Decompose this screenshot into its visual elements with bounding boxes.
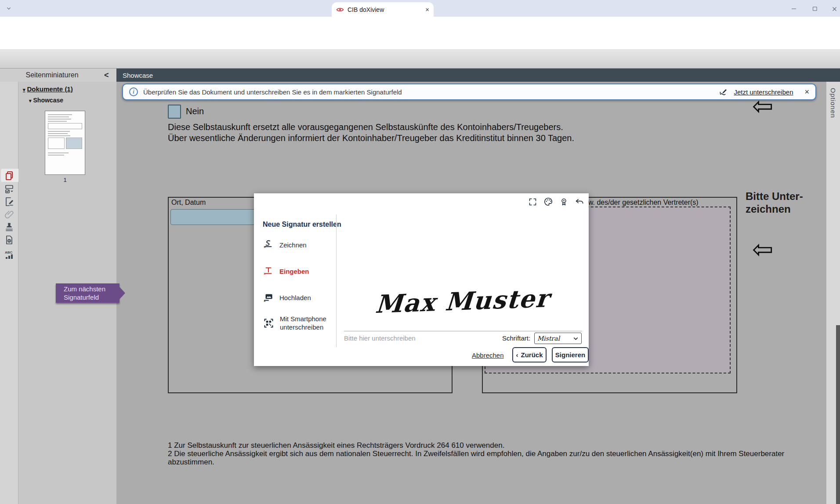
- tooltip-arrow: [119, 287, 125, 299]
- close-icon: [831, 6, 838, 12]
- tab-title: CIB doXiview: [348, 6, 422, 13]
- sign-now-link[interactable]: Jetzt unterschreiben: [734, 88, 793, 96]
- sign-document-icon: [4, 196, 14, 207]
- form-field-icon: [4, 184, 14, 194]
- page-thumbnails-button[interactable]: [4, 170, 14, 183]
- footnote-line: 2 Die steuerliche Ansässigkeit ergibt si…: [168, 450, 784, 458]
- notification-close-icon[interactable]: ×: [804, 87, 809, 97]
- abc-statistics-icon: ABC: [4, 250, 14, 260]
- signature-input-placeholder[interactable]: Bitte hier unterschreiben: [344, 334, 416, 342]
- tooltip-line: Zum nächsten: [64, 285, 119, 293]
- tab-close-icon[interactable]: ×: [425, 6, 429, 13]
- font-select-label: Schriftart:: [502, 334, 530, 342]
- pages-icon: [4, 170, 14, 181]
- back-button[interactable]: ‹ Zurück: [512, 347, 547, 363]
- signature-dialog: Neue Signatur erstellen x Zeichnen x Ein…: [254, 193, 589, 366]
- signature-preview: Max Muster: [335, 282, 590, 320]
- form-fields-button[interactable]: [4, 184, 14, 196]
- svg-text:ABC: ABC: [5, 250, 13, 254]
- menu-item-smartphone[interactable]: Mit Smartphoneunterschreiben: [263, 315, 326, 331]
- upload-image-icon: x: [263, 292, 274, 303]
- ort-datum-label: Ort, Datum: [171, 199, 206, 207]
- tab-search-chevron-button[interactable]: [4, 4, 14, 13]
- sign-button[interactable]: Signieren: [552, 347, 589, 363]
- chevron-left-icon: ‹: [516, 351, 518, 359]
- cancel-link[interactable]: Abbrechen: [472, 352, 504, 359]
- signature-tool-button[interactable]: [4, 196, 14, 209]
- nein-checkbox-label: Nein: [186, 106, 204, 116]
- vertical-scrollbar-thumb[interactable]: [836, 325, 840, 504]
- notification-bar: i Überprüfen Sie das Dokument und unters…: [122, 83, 816, 100]
- menu-item-zeichnen[interactable]: x Zeichnen: [263, 239, 307, 250]
- sidebar-collapse-button[interactable]: <: [104, 71, 116, 80]
- options-panel-tab[interactable]: Optionen: [829, 88, 837, 118]
- qr-code-icon: [263, 317, 275, 329]
- signature-input-underline: [344, 331, 582, 331]
- certificate-icon[interactable]: [559, 197, 568, 207]
- undo-icon[interactable]: [575, 197, 584, 207]
- paperclip-icon: [4, 209, 14, 220]
- dialog-divider: [336, 214, 337, 347]
- svg-text:x: x: [720, 91, 721, 94]
- tree-root-documents[interactable]: ▾Dokumente (1): [23, 85, 73, 93]
- document-paragraph-line: Diese Selbstauskunft ersetzt alle voraus…: [168, 122, 563, 132]
- menu-item-eingeben[interactable]: x Eingeben: [263, 265, 309, 277]
- document-info-button[interactable]: [4, 235, 14, 247]
- dialog-title: Neue Signatur erstellen: [263, 221, 341, 228]
- sign-pen-icon: x: [719, 87, 728, 97]
- stamp-button[interactable]: [4, 221, 14, 234]
- color-palette-icon[interactable]: [543, 197, 553, 207]
- sidebar-icon-strip: ABC: [0, 82, 18, 504]
- type-signature-icon: x: [263, 265, 274, 277]
- browser-tab-strip: CIB doXiview ×: [0, 0, 840, 17]
- notification-info-icon: i: [129, 87, 138, 96]
- sidebar-panel-title: Seitenminiaturen: [0, 71, 104, 79]
- font-select[interactable]: Mistral: [534, 333, 582, 344]
- screen: CIB doXiview × ← → ↻ https://doxiview.co…: [0, 0, 840, 504]
- window-maximize-button[interactable]: [808, 4, 822, 13]
- page-thumbnail[interactable]: [45, 111, 85, 175]
- browser-tab[interactable]: CIB doXiview ×: [332, 2, 434, 17]
- chevron-down-icon: [573, 336, 579, 341]
- tooltip-line: Signaturfeld: [64, 293, 119, 301]
- statistics-button[interactable]: ABC: [4, 250, 14, 262]
- minimize-icon: [790, 5, 797, 12]
- document-title-bar: Showcase: [116, 69, 840, 82]
- vertreter-label: bzw. des/der gesetzlichen Vertreter(s): [581, 199, 699, 207]
- maximize-icon: [812, 6, 818, 12]
- stamp-icon: [4, 221, 14, 232]
- dialog-header-actions: [528, 197, 584, 207]
- viewer-toolbar: PDF Seitenbreite ▼ ↺ ↻ Tt |< < Seite / 1…: [0, 50, 840, 69]
- document-paragraph-line: Über wesentliche Änderungen informiert d…: [168, 133, 574, 143]
- notification-text: Überprüfen Sie das Dokument und untersch…: [143, 88, 713, 96]
- menu-item-hochladen[interactable]: x Hochladen: [263, 292, 311, 303]
- font-select-value: Mistral: [537, 335, 571, 342]
- tree-node-showcase[interactable]: ▾Showcase: [29, 97, 63, 104]
- document-title: Showcase: [123, 72, 153, 79]
- thumbnail-page-number: 1: [45, 177, 85, 183]
- attachments-button[interactable]: [4, 209, 14, 221]
- browser-toolbar: ← → ↻ https://doxiview.com/showcase/#de&…: [0, 17, 840, 35]
- bookmarks-bar: [0, 35, 840, 50]
- please-sign-hint: Bitte Unter- zeichnen: [746, 190, 803, 215]
- next-signature-field-tooltip[interactable]: Zum nächsten Signaturfeld: [56, 283, 119, 303]
- nein-checkbox[interactable]: [168, 105, 181, 119]
- window-close-button[interactable]: [828, 4, 840, 13]
- footnote-line: 1 Zur Selbstauskunft zur steuerlichen An…: [168, 441, 504, 450]
- draw-signature-icon: x: [263, 239, 274, 250]
- tree-expand-icon[interactable]: ▾: [29, 98, 32, 103]
- window-minimize-button[interactable]: [787, 4, 800, 13]
- expand-icon[interactable]: [528, 197, 537, 207]
- document-info-icon: [4, 235, 14, 245]
- signature-pointer-arrow-icon: ⇦: [752, 236, 774, 262]
- footnote-line: abzustimmen.: [168, 458, 214, 467]
- sidebar-header: Seitenminiaturen <: [0, 69, 116, 82]
- chevron-down-icon: [5, 5, 12, 12]
- tree-expand-icon[interactable]: ▾: [23, 87, 25, 92]
- doxiview-eye-icon: [336, 6, 344, 14]
